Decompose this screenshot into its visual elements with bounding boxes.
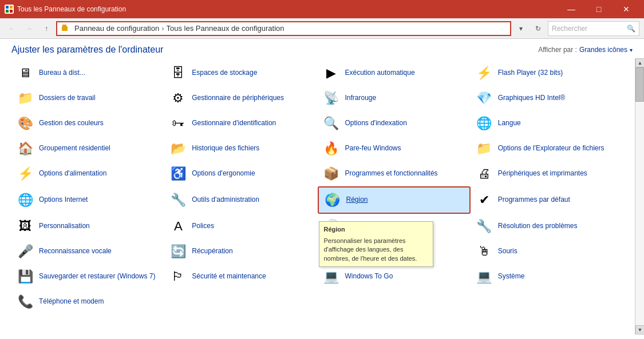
grid-item[interactable]: APolices	[164, 214, 317, 239]
item-icon: ⚡	[16, 165, 34, 183]
item-label: Gestionnaire de périphériques	[192, 94, 284, 103]
item-icon: 🏳	[169, 268, 187, 286]
window-controls: — □ ✕	[558, 0, 639, 18]
item-icon: ♿	[169, 165, 187, 183]
grid-item[interactable]: ⚡Flash Player (32 bits)	[471, 61, 623, 86]
search-placeholder: Rechercher	[552, 25, 625, 33]
item-label: Programmes par défaut	[498, 196, 570, 205]
item-label: Périphériques et imprimantes	[498, 169, 587, 178]
item-icon: 🔧	[169, 191, 187, 209]
grid-item[interactable]: 📁Options de l'Explorateur de fichiers	[471, 136, 623, 161]
grid-item[interactable]: 🌐Langue	[471, 111, 623, 136]
item-label: Options d'ergonomie	[192, 169, 255, 178]
grid-item[interactable]: 🌍RégionRégionPersonnaliser les paramètre…	[318, 186, 471, 214]
item-icon: 🔧	[475, 217, 493, 236]
grid-item[interactable]: 🔄Récupération	[164, 239, 317, 264]
window-title: Tous les Panneaux de configuration	[17, 5, 558, 13]
refresh-button[interactable]: ↻	[531, 21, 546, 36]
grid-item[interactable]: ⚡Options d'alimentation	[11, 161, 164, 186]
forward-button[interactable]: →	[22, 21, 37, 36]
grid-item[interactable]: 🖱Souris	[471, 239, 623, 264]
item-label: Sauvegarder et restaurer (Windows 7)	[39, 272, 155, 281]
item-label: Gestion des couleurs	[39, 119, 104, 128]
grid-item[interactable]: 🗄Espaces de stockage	[164, 61, 317, 86]
grid-item[interactable]: ♿Options d'ergonomie	[164, 161, 317, 186]
grid-item[interactable]: 📦Programmes et fonctionnalités	[318, 161, 471, 186]
dropdown-button[interactable]: ▾	[513, 21, 528, 36]
item-label: Bureau à dist...	[39, 69, 85, 78]
item-label: Téléphone et modem	[39, 297, 104, 306]
grid-item[interactable]: 🌐Options Internet	[11, 186, 164, 214]
grid-item[interactable]: 🔍Options d'indexation	[318, 111, 471, 136]
item-label: Sécurité et maintenance	[192, 272, 266, 281]
tooltip: RégionPersonnaliser les paramètres d'aff…	[319, 221, 433, 267]
minimize-button[interactable]: —	[558, 0, 584, 18]
scroll-up-button[interactable]: ▲	[635, 58, 644, 67]
scrollbar[interactable]: ▲ ▼	[635, 58, 644, 334]
item-icon: 🎨	[16, 114, 34, 133]
item-icon: ⚙	[169, 89, 187, 107]
grid-item[interactable]: 💾Sauvegarder et restaurer (Windows 7)	[11, 264, 164, 289]
grid-item[interactable]: 🎤Reconnaissance vocale	[11, 239, 164, 264]
item-icon: 🌐	[475, 114, 493, 133]
up-button[interactable]: ↑	[39, 21, 54, 36]
grid-item[interactable]: 💎Graphiques HD Intel®	[471, 86, 623, 111]
close-button[interactable]: ✕	[613, 0, 639, 18]
grid-item[interactable]: 🏳Sécurité et maintenance	[164, 264, 317, 289]
item-icon: 🌍	[323, 191, 342, 209]
grid-item[interactable]: 📞Téléphone et modem	[11, 289, 164, 314]
item-icon: ▶	[322, 64, 341, 82]
scroll-track	[635, 67, 644, 325]
grid-item[interactable]: 🎨Gestion des couleurs	[11, 111, 164, 136]
back-button[interactable]: ←	[5, 21, 19, 36]
item-label: Dossiers de travail	[39, 94, 96, 103]
grid-item[interactable]: 🖨Périphériques et imprimantes	[471, 161, 623, 186]
grid-item[interactable]: 🔥Pare-feu Windows	[318, 136, 471, 161]
svg-rect-1	[10, 6, 13, 9]
item-label: Windows To Go	[345, 272, 393, 281]
address-bar-input[interactable]: Panneau de configuration › Tous les Pann…	[56, 21, 511, 36]
item-label: Exécution automatique	[345, 69, 415, 78]
svg-rect-3	[10, 10, 13, 13]
grid-item[interactable]: 🗝Gestionnaire d'identification	[164, 111, 317, 136]
item-label: Récupération	[192, 247, 232, 256]
item-label: Options de l'Explorateur de fichiers	[498, 144, 605, 153]
maximize-button[interactable]: □	[586, 0, 612, 18]
view-value[interactable]: Grandes icônes	[579, 46, 627, 54]
search-icon: 🔍	[627, 25, 635, 33]
grid-item[interactable]: ✔Programmes par défaut	[471, 186, 623, 214]
scroll-down-button[interactable]: ▼	[635, 325, 644, 334]
view-selector[interactable]: Afficher par : Grandes icônes ▾	[538, 46, 633, 54]
item-icon: 🖨	[475, 165, 493, 183]
item-icon: 🗄	[169, 64, 187, 82]
item-label: Langue	[498, 119, 521, 128]
item-icon: 💻	[475, 268, 493, 286]
items-grid: 🖥Bureau à dist...🗄Espaces de stockage▶Ex…	[0, 58, 635, 334]
item-label: Résolution des problèmes	[498, 222, 578, 231]
item-icon: 🎤	[16, 242, 34, 261]
grid-item[interactable]: ⚙Gestionnaire de périphériques	[164, 86, 317, 111]
grid-item[interactable]: 💻Système	[471, 264, 623, 289]
grid-item[interactable]: 📡Infrarouge	[318, 86, 471, 111]
grid-item[interactable]: 🔧Outils d'administration	[164, 186, 317, 214]
item-icon: 🏠	[16, 139, 34, 158]
item-label: Polices	[192, 222, 214, 231]
grid-item[interactable]: ▶Exécution automatique	[318, 61, 471, 86]
item-icon: 📁	[16, 89, 34, 107]
address-sep: ›	[161, 24, 164, 33]
grid-item[interactable]: 💻Windows To Go	[318, 264, 471, 289]
grid-item[interactable]: 🔧Résolution des problèmes	[471, 214, 623, 239]
page-title: Ajuster les paramètres de l'ordinateur	[11, 45, 163, 55]
item-icon: 📁	[475, 139, 493, 158]
item-icon: ⚡	[475, 64, 493, 82]
item-label: Gestionnaire d'identification	[192, 119, 276, 128]
grid-item[interactable]: 🏠Groupement résidentiel	[11, 136, 164, 161]
item-icon: 🌐	[16, 191, 34, 209]
svg-rect-2	[6, 10, 9, 13]
search-box[interactable]: Rechercher 🔍	[548, 21, 639, 36]
scroll-thumb[interactable]	[635, 67, 644, 102]
grid-item[interactable]: 📁Dossiers de travail	[11, 86, 164, 111]
grid-item[interactable]: 🖥Bureau à dist...	[11, 61, 164, 86]
grid-item[interactable]: 🖼Personnalisation	[11, 214, 164, 239]
grid-item[interactable]: 📂Historique des fichiers	[164, 136, 317, 161]
